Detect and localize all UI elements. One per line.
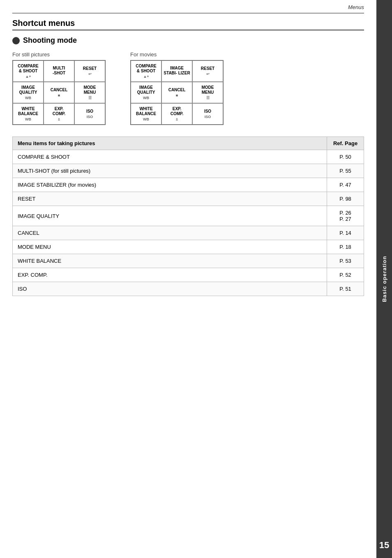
table-col1-header: Menu items for taking pictures bbox=[13, 137, 327, 150]
still-label: For still pictures bbox=[12, 51, 50, 58]
header-italic-text: Menus bbox=[348, 4, 364, 10]
grid-cell: CANCEL■ bbox=[161, 82, 192, 103]
grid-cell: WHITEBALANCEWB bbox=[13, 103, 44, 125]
table-ref-cell: P. 51 bbox=[327, 282, 364, 296]
shooting-mode-heading: Shooting mode bbox=[12, 36, 364, 45]
grid-cell: RESET↩ bbox=[192, 60, 223, 82]
table-ref-cell: P. 18 bbox=[327, 240, 364, 254]
sidebar-number: 15 bbox=[379, 540, 389, 551]
grid-cell: IMAGEQUALITYWB bbox=[131, 82, 161, 103]
table-row: MULTI-SHOT (for still pictures)P. 55 bbox=[13, 164, 364, 178]
table-row: ISOP. 51 bbox=[13, 282, 364, 296]
table-ref-cell: P. 14 bbox=[327, 226, 364, 240]
table-ref-cell: P. 50 bbox=[327, 150, 364, 164]
table-item-cell: EXP. COMP. bbox=[13, 268, 327, 282]
table-col2-header: Ref. Page bbox=[327, 137, 364, 150]
table-item-cell: MODE MENU bbox=[13, 240, 327, 254]
table-item-cell: COMPARE & SHOOT bbox=[13, 150, 327, 164]
menu-table: Menu items for taking pictures Ref. Page… bbox=[12, 137, 364, 296]
grid-cell: MODEMENU☰ bbox=[74, 82, 105, 103]
table-item-cell: WHITE BALANCE bbox=[13, 254, 327, 268]
grid-cell: CANCEL■ bbox=[44, 82, 74, 103]
table-row: MODE MENUP. 18 bbox=[13, 240, 364, 254]
grid-cell: IMAGESTABI- LIZER bbox=[161, 60, 192, 82]
table-ref-cell: P. 55 bbox=[327, 164, 364, 178]
table-row: CANCELP. 14 bbox=[13, 226, 364, 240]
grid-cell: COMPARE& SHOOT▲+ bbox=[13, 60, 44, 82]
bullet-icon bbox=[12, 37, 20, 44]
grid-cell: RESET↩ bbox=[74, 60, 105, 82]
movies-label: For movies bbox=[130, 51, 157, 58]
table-row: RESETP. 98 bbox=[13, 192, 364, 206]
table-row: EXP. COMP.P. 52 bbox=[13, 268, 364, 282]
table-item-cell: RESET bbox=[13, 192, 327, 206]
table-row: WHITE BALANCEP. 53 bbox=[13, 254, 364, 268]
table-ref-cell: P. 98 bbox=[327, 192, 364, 206]
still-pictures-diagram: For still pictures COMPARE& SHOOT▲+MULTI… bbox=[12, 51, 106, 125]
grid-cell: EXP.COMP.± bbox=[161, 103, 192, 125]
grid-cell: MODEMENU☰ bbox=[192, 82, 223, 103]
table-ref-cell: P. 47 bbox=[327, 178, 364, 192]
page-header: Menus bbox=[12, 0, 364, 14]
table-ref-cell: P. 26P. 27 bbox=[327, 206, 364, 226]
table-item-cell: IMAGE STABILIZER (for movies) bbox=[13, 178, 327, 192]
grid-cell: COMPARE& SHOOT▲+ bbox=[131, 60, 161, 82]
sidebar-label: Basic operation bbox=[381, 256, 387, 302]
section-title: Shortcut menus bbox=[12, 19, 364, 30]
table-item-cell: ISO bbox=[13, 282, 327, 296]
table-item-cell: IMAGE QUALITY bbox=[13, 206, 327, 226]
main-content: Menus Shortcut menus Shooting mode For s… bbox=[0, 0, 376, 308]
diagrams-row: For still pictures COMPARE& SHOOT▲+MULTI… bbox=[12, 51, 364, 125]
table-ref-cell: P. 53 bbox=[327, 254, 364, 268]
still-grid: COMPARE& SHOOT▲+MULTI-SHOTRESET↩IMAGEQUA… bbox=[12, 60, 106, 125]
grid-cell: ISOISO bbox=[192, 103, 223, 125]
movies-grid: COMPARE& SHOOT▲+IMAGESTABI- LIZERRESET↩I… bbox=[130, 60, 224, 125]
table-item-cell: MULTI-SHOT (for still pictures) bbox=[13, 164, 327, 178]
shooting-mode-title-text: Shooting mode bbox=[23, 36, 77, 45]
table-row: IMAGE STABILIZER (for movies)P. 47 bbox=[13, 178, 364, 192]
table-row: IMAGE QUALITYP. 26P. 27 bbox=[13, 206, 364, 226]
sidebar: Basic operation 15 bbox=[376, 0, 392, 558]
grid-cell: EXP.COMP.± bbox=[44, 103, 74, 125]
grid-cell: ISOISO bbox=[74, 103, 105, 125]
grid-cell: MULTI-SHOT bbox=[44, 60, 74, 82]
table-ref-cell: P. 52 bbox=[327, 268, 364, 282]
table-row: COMPARE & SHOOTP. 50 bbox=[13, 150, 364, 164]
grid-cell: WHITEBALANCEWB bbox=[131, 103, 161, 125]
grid-cell: IMAGEQUALITYWB bbox=[13, 82, 44, 103]
movies-diagram: For movies COMPARE& SHOOT▲+IMAGESTABI- L… bbox=[130, 51, 224, 125]
table-item-cell: CANCEL bbox=[13, 226, 327, 240]
